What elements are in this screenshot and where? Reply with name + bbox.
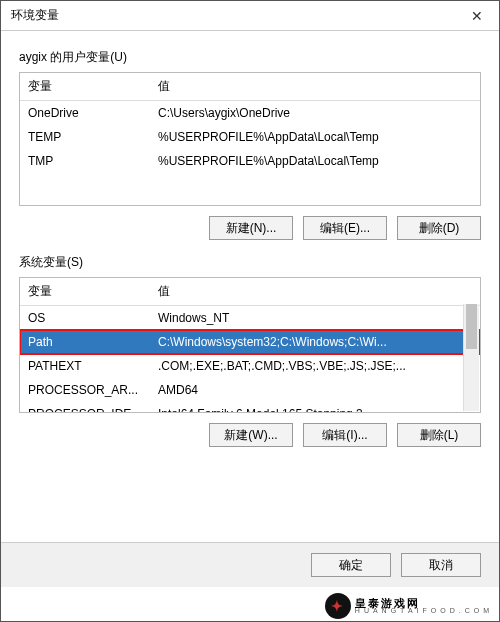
system-edit-button[interactable]: 编辑(I)... [303, 423, 387, 447]
sys-col-value[interactable]: 值 [150, 278, 480, 306]
table-row-selected[interactable]: Path C:\Windows\system32;C:\Windows;C:\W… [20, 330, 480, 354]
user-vars-label: aygix 的用户变量(U) [19, 49, 481, 66]
system-delete-button[interactable]: 删除(L) [397, 423, 481, 447]
cancel-button[interactable]: 取消 [401, 553, 481, 577]
window-title: 环境变量 [11, 7, 454, 24]
dialog-footer: 确定 取消 [1, 542, 499, 587]
watermark-logo-icon: ✦ [325, 593, 351, 619]
table-row[interactable]: OneDrive C:\Users\aygix\OneDrive [20, 101, 480, 126]
content-area: aygix 的用户变量(U) 变量 值 OneDrive C:\Users\ay… [1, 31, 499, 447]
sys-col-name[interactable]: 变量 [20, 278, 150, 306]
table-row[interactable]: TEMP %USERPROFILE%\AppData\Local\Temp [20, 125, 480, 149]
system-vars-scrollbar[interactable] [463, 304, 479, 411]
ok-button[interactable]: 确定 [311, 553, 391, 577]
close-button[interactable]: ✕ [454, 1, 499, 31]
table-row[interactable]: OS Windows_NT [20, 306, 480, 331]
system-button-row: 新建(W)... 编辑(I)... 删除(L) [19, 423, 481, 447]
system-vars-label: 系统变量(S) [19, 254, 481, 271]
table-row[interactable]: TMP %USERPROFILE%\AppData\Local\Temp [20, 149, 480, 173]
user-vars-table: 变量 值 OneDrive C:\Users\aygix\OneDrive TE… [20, 73, 480, 173]
table-row[interactable]: PROCESSOR_AR... AMD64 [20, 378, 480, 402]
system-vars-listbox[interactable]: 变量 值 OS Windows_NT Path C:\Windows\syste… [19, 277, 481, 413]
close-icon: ✕ [471, 8, 483, 24]
system-vars-table: 变量 值 OS Windows_NT Path C:\Windows\syste… [20, 278, 480, 413]
user-col-name[interactable]: 变量 [20, 73, 150, 101]
user-new-button[interactable]: 新建(N)... [209, 216, 293, 240]
user-col-value[interactable]: 值 [150, 73, 480, 101]
user-vars-listbox[interactable]: 变量 值 OneDrive C:\Users\aygix\OneDrive TE… [19, 72, 481, 206]
env-vars-dialog: 环境变量 ✕ aygix 的用户变量(U) 变量 值 OneDrive [0, 0, 500, 622]
scrollbar-thumb[interactable] [466, 304, 477, 349]
watermark-subtext: HUANGTAIFOOD.COM [355, 607, 493, 614]
user-delete-button[interactable]: 删除(D) [397, 216, 481, 240]
table-row[interactable]: PATHEXT .COM;.EXE;.BAT;.CMD;.VBS;.VBE;.J… [20, 354, 480, 378]
table-row[interactable]: PROCESSOR_IDE... Intel64 Family 6 Model … [20, 402, 480, 413]
titlebar: 环境变量 ✕ [1, 1, 499, 31]
watermark: ✦ 皇泰游戏网 HUANGTAIFOOD.COM [325, 593, 493, 619]
system-new-button[interactable]: 新建(W)... [209, 423, 293, 447]
user-button-row: 新建(N)... 编辑(E)... 删除(D) [19, 216, 481, 240]
user-edit-button[interactable]: 编辑(E)... [303, 216, 387, 240]
